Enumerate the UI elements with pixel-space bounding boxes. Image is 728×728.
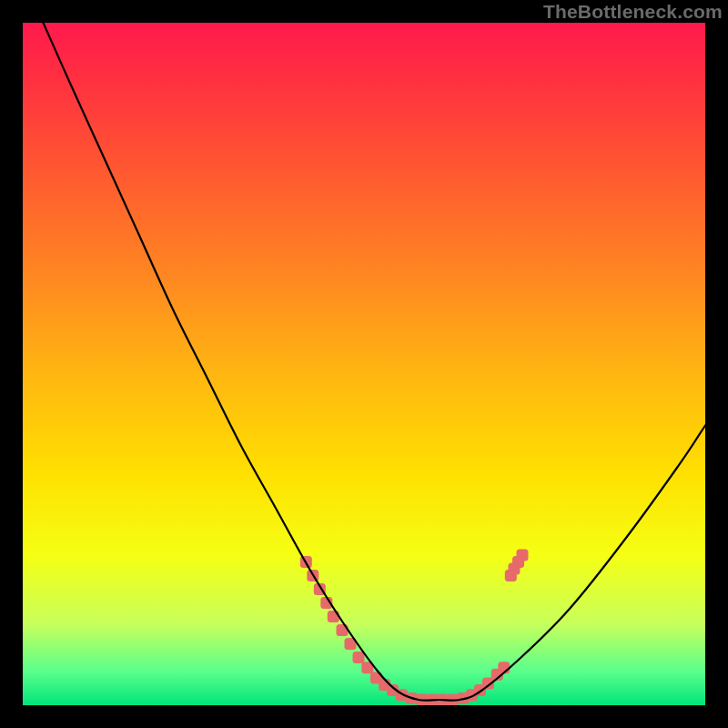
- marker-dot: [517, 550, 529, 561]
- marker-dot: [353, 652, 365, 663]
- chart-svg: [23, 23, 705, 705]
- watermark-text: TheBottleneck.com: [543, 1, 723, 23]
- chart-stage: TheBottleneck.com: [0, 0, 728, 728]
- plot-area: [23, 23, 705, 705]
- bottleneck-curve: [44, 23, 706, 701]
